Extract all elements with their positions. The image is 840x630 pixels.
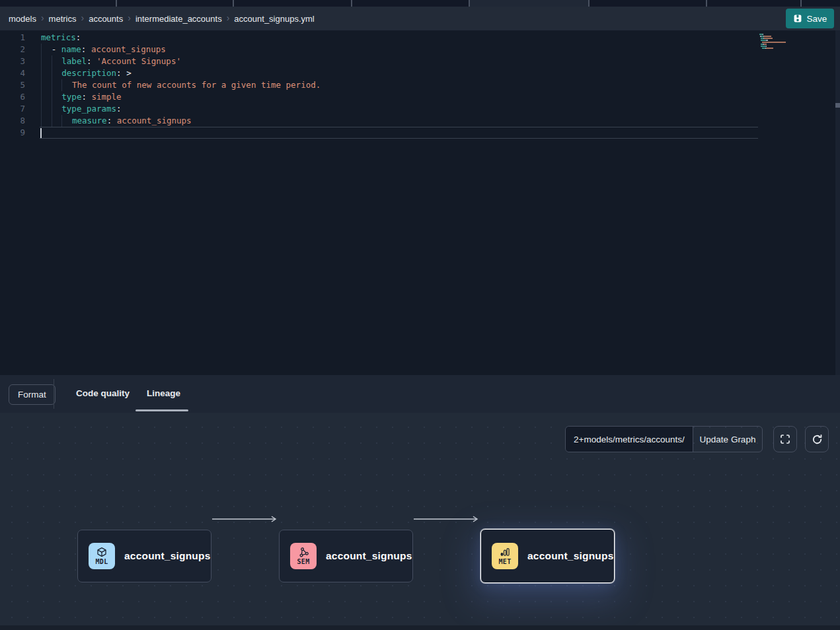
line-number: 7 — [0, 103, 40, 115]
breadcrumb-bar: models › metrics › accounts › intermedia… — [0, 7, 840, 30]
breadcrumb-item-metrics[interactable]: metrics — [49, 14, 77, 24]
lineage-node-met[interactable]: METaccount_signups — [480, 529, 615, 583]
code-lines: 1metrics:2- name: account_signups3label:… — [0, 30, 840, 139]
scrollbar-handle[interactable] — [835, 103, 840, 108]
line-number: 5 — [0, 79, 40, 91]
ide-window: models › metrics › accounts › intermedia… — [0, 0, 840, 630]
format-button[interactable]: Format — [9, 384, 56, 405]
graph-bottom-edge — [0, 625, 840, 630]
save-button[interactable]: Save — [786, 9, 834, 28]
tab-code-quality[interactable]: Code quality — [76, 388, 130, 398]
lineage-filter-input[interactable] — [566, 427, 693, 452]
chevron-right-icon: › — [128, 13, 131, 22]
fullscreen-button[interactable] — [773, 426, 797, 452]
line-number: 6 — [0, 91, 40, 103]
cube-icon — [96, 547, 107, 557]
code-line-2[interactable]: 2- name: account_signups — [0, 44, 840, 55]
code-line-9[interactable]: 9 — [0, 127, 840, 139]
breadcrumb-item-accounts[interactable]: accounts — [89, 14, 123, 24]
window-tab-3[interactable] — [234, 0, 352, 7]
node-type-badge: MET — [492, 543, 518, 569]
node-type-label: SEM — [297, 558, 310, 565]
code-line-4[interactable]: 4description: > — [0, 67, 840, 79]
save-label: Save — [807, 14, 827, 24]
breadcrumb: models › metrics › accounts › intermedia… — [9, 14, 315, 24]
save-icon — [793, 14, 802, 23]
editor-scrollbar[interactable] — [835, 30, 840, 375]
breadcrumb-item-intermediate-accounts[interactable]: intermediate_accounts — [135, 14, 222, 24]
code-line-8[interactable]: 8measure: account_signups — [0, 115, 840, 127]
window-tab-6[interactable] — [590, 0, 707, 7]
code-line-5[interactable]: 5The count of new accounts for a given t… — [0, 79, 840, 91]
line-number: 1 — [0, 32, 40, 44]
window-tab-8[interactable] — [802, 0, 840, 7]
breadcrumb-item-file[interactable]: account_signups.yml — [234, 14, 314, 24]
code-line-7[interactable]: 7type_params: — [0, 103, 840, 115]
line-number: 3 — [0, 55, 40, 67]
node-label: account_signups — [527, 550, 613, 562]
chevron-right-icon: › — [227, 13, 230, 22]
node-type-label: MDL — [96, 558, 108, 565]
update-graph-button[interactable]: Update Graph — [693, 427, 762, 452]
active-tab-underline — [135, 409, 188, 411]
code-editor[interactable]: 1metrics:2- name: account_signups3label:… — [0, 30, 840, 375]
fullscreen-icon — [780, 434, 790, 444]
bar-chart-icon — [500, 547, 510, 557]
refresh-icon — [812, 434, 823, 445]
refresh-graph-button[interactable] — [805, 426, 829, 452]
window-tab-1[interactable] — [0, 0, 117, 7]
window-tab-4[interactable] — [352, 0, 470, 7]
lineage-node-sem[interactable]: SEMaccount_signups — [279, 530, 413, 582]
code-line-3[interactable]: 3label: 'Account Signups' — [0, 55, 840, 67]
line-number: 2 — [0, 44, 40, 55]
window-tab-2[interactable] — [117, 0, 234, 7]
node-label: account_signups — [124, 550, 210, 562]
node-type-label: MET — [499, 558, 512, 565]
minimap[interactable] — [759, 34, 800, 52]
line-number: 4 — [0, 67, 40, 79]
line-number: 9 — [0, 127, 40, 139]
window-tab-strip — [0, 0, 840, 7]
code-line-1[interactable]: 1metrics: — [0, 32, 840, 44]
panel-divider — [54, 379, 54, 409]
text-cursor — [40, 128, 42, 138]
window-tab-5[interactable] — [470, 0, 590, 7]
code-line-6[interactable]: 6type: simple — [0, 91, 840, 103]
lineage-node-mdl[interactable]: MDLaccount_signups — [77, 530, 211, 582]
chevron-right-icon: › — [81, 13, 84, 22]
node-type-badge: SEM — [290, 543, 317, 569]
node-type-badge: MDL — [89, 543, 115, 569]
tab-lineage[interactable]: Lineage — [147, 388, 180, 398]
breadcrumb-item-models[interactable]: models — [9, 14, 36, 24]
chevron-right-icon: › — [41, 13, 44, 22]
bottom-panel: Format Code quality Lineage MDLaccount_s… — [0, 375, 840, 630]
window-tab-7[interactable] — [707, 0, 802, 7]
node-label: account_signups — [326, 550, 412, 562]
graph-filter-group: Update Graph — [565, 426, 763, 452]
line-number: 8 — [0, 115, 40, 127]
network-icon — [298, 547, 309, 557]
